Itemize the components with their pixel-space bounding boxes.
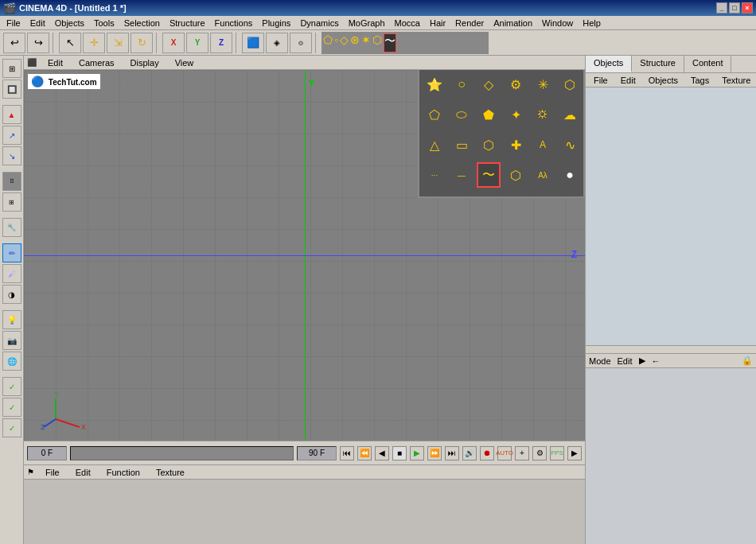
spline-starburst1[interactable]: ✳ (531, 72, 555, 97)
menu-mograph[interactable]: MoGraph (344, 17, 390, 29)
menu-animation[interactable]: Animation (489, 17, 537, 29)
spline-dots1[interactable]: ·∙· (423, 162, 446, 188)
stop-btn[interactable]: ■ (392, 446, 407, 460)
vp-edit[interactable]: Edit (43, 57, 68, 68)
spline-circle[interactable]: ○ (450, 72, 473, 97)
left-btn-sky[interactable]: 🌐 (2, 352, 21, 371)
menu-window[interactable]: Window (537, 17, 578, 29)
maximize-button[interactable]: □ (729, 2, 740, 14)
tab-objects[interactable]: Objects (586, 56, 632, 72)
more-btn[interactable]: ▶ (567, 446, 582, 460)
left-btn-1[interactable]: ⊞ (2, 59, 21, 78)
mat-texture[interactable]: Texture (151, 467, 189, 478)
timeline-track[interactable] (70, 446, 294, 460)
undo-button[interactable]: ↩ (3, 33, 25, 53)
spline-oct[interactable]: ⬡ (477, 132, 501, 157)
left-btn-poly[interactable]: ⊞ (2, 192, 21, 212)
viewport[interactable]: Y Z ⭐ ○ ◇ ⚙ ✳ ⬡ ⬠ ⬭ (24, 70, 585, 441)
left-btn-5[interactable]: ↘ (2, 146, 21, 165)
menu-render[interactable]: Render (450, 17, 489, 29)
spline-icon-1[interactable]: ⬠ (323, 33, 333, 52)
left-btn-green2[interactable]: ✓ (2, 398, 21, 417)
auto-btn[interactable]: AUTO (497, 446, 512, 460)
vp-view[interactable]: View (170, 57, 199, 68)
right-scrollbar-h[interactable] (586, 345, 756, 353)
cube-btn[interactable]: 🟦 (242, 33, 264, 53)
deformer-btn[interactable]: ⌾ (290, 33, 312, 53)
prev-frame-btn[interactable]: ⏪ (357, 446, 372, 460)
left-btn-light[interactable]: 💡 (2, 310, 21, 329)
left-btn-paint[interactable]: 🖌 (2, 264, 21, 283)
spline-ellipse[interactable]: ⬭ (450, 102, 473, 127)
spline-diamond[interactable]: ◇ (477, 72, 501, 97)
z-axis-btn[interactable]: Z (210, 33, 232, 53)
left-btn-green1[interactable]: ✓ (2, 377, 21, 396)
vp-cameras[interactable]: Cameras (74, 57, 119, 68)
spline-tri[interactable]: △ (423, 132, 446, 157)
spline-icon-4[interactable]: ⊛ (350, 33, 360, 52)
select-tool[interactable]: ↖ (59, 33, 81, 53)
menu-edit[interactable]: Edit (25, 17, 50, 29)
minimize-button[interactable]: _ (716, 2, 727, 14)
spline-rect[interactable]: ▭ (450, 132, 473, 157)
right-tags[interactable]: Tags (686, 75, 714, 86)
fps-btn[interactable]: FPS (550, 446, 564, 460)
left-btn-cam[interactable]: 📷 (2, 331, 21, 350)
spline-penta[interactable]: ⬟ (477, 102, 501, 127)
menu-hair[interactable]: Hair (425, 17, 450, 29)
right-texture[interactable]: Texture (717, 75, 755, 86)
spline-star[interactable]: ⭐ (423, 72, 446, 97)
tab-structure[interactable]: Structure (632, 56, 684, 72)
play-reverse-btn[interactable]: ◀ (375, 446, 389, 460)
menu-selection[interactable]: Selection (119, 17, 165, 29)
spline-starburst2[interactable]: ✦ (504, 102, 528, 127)
redo-button[interactable]: ↪ (27, 33, 49, 53)
audio-btn[interactable]: 🔊 (462, 446, 477, 460)
spline-ball[interactable]: ● (558, 162, 582, 188)
spline-gear[interactable]: ⚙ (504, 72, 528, 97)
spline-cloud[interactable]: ☁ (558, 102, 582, 127)
tab-content[interactable]: Content (684, 56, 732, 72)
spline-arrow[interactable]: ⬡ (504, 162, 528, 188)
x-axis-btn[interactable]: X (162, 33, 185, 53)
spline-wave[interactable]: 〜 (477, 162, 501, 188)
spline-icon-5[interactable]: ✶ (361, 33, 371, 52)
spline-hex[interactable]: ⬡ (558, 72, 582, 97)
left-btn-4[interactable]: ↗ (2, 126, 21, 145)
spline-abc[interactable]: Aλ (531, 162, 555, 188)
nurbs-btn[interactable]: ◈ (266, 33, 288, 53)
menu-objects[interactable]: Objects (50, 17, 89, 29)
spline-cog[interactable]: ⛭ (531, 102, 555, 127)
menu-dynamics[interactable]: Dynamics (295, 17, 343, 29)
right-edit[interactable]: Edit (616, 75, 641, 86)
spline-icon-7[interactable]: 〜 (384, 33, 396, 52)
menu-functions[interactable]: Functions (210, 17, 258, 29)
mat-file[interactable]: File (41, 467, 64, 478)
left-btn-mat[interactable]: 🔧 (2, 218, 21, 237)
play-btn[interactable]: ▶ (410, 446, 424, 460)
y-axis-btn[interactable]: Y (186, 33, 208, 53)
left-btn-sculpt[interactable]: ◑ (2, 285, 21, 304)
right-file[interactable]: File (589, 75, 613, 86)
mat-function[interactable]: Function (102, 467, 145, 478)
rotate-tool[interactable]: ↻ (131, 33, 153, 53)
menu-plugins[interactable]: Plugins (257, 17, 295, 29)
spline-icon-3[interactable]: ◇ (340, 33, 349, 52)
left-btn-pts[interactable]: ⠿ (2, 172, 21, 191)
goto-start-btn[interactable]: ⏮ (340, 446, 354, 460)
move-tool[interactable]: ✛ (83, 33, 105, 53)
spline-text[interactable]: A (531, 132, 555, 157)
close-button[interactable]: × (742, 2, 753, 14)
left-btn-spline[interactable]: ✏ (2, 243, 21, 262)
left-btn-3[interactable]: ▲ (2, 105, 21, 124)
spline-formula[interactable]: ∿ (558, 132, 582, 157)
left-btn-2[interactable]: 🔲 (2, 80, 21, 99)
spline-icon-2[interactable]: ◦ (334, 33, 338, 52)
menu-tools[interactable]: Tools (89, 17, 119, 29)
add-key-btn[interactable]: + (515, 446, 529, 460)
settings-btn[interactable]: ⚙ (532, 446, 547, 460)
vp-display[interactable]: Display (126, 57, 164, 68)
spline-linear[interactable]: — (450, 162, 473, 188)
scale-tool[interactable]: ⇲ (107, 33, 129, 53)
goto-end-btn[interactable]: ⏭ (445, 446, 459, 460)
